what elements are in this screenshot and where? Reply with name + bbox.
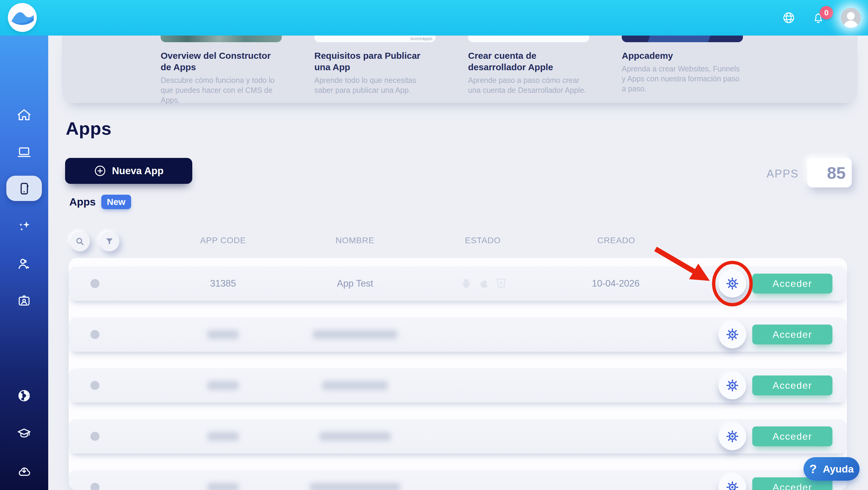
redacted-blob — [207, 432, 239, 441]
settings-gear-button[interactable] — [718, 270, 746, 298]
tutorial-card-appcademy[interactable]: Appcademy Aprenda a crear Websites, Funn… — [622, 36, 743, 94]
main-content: Overview del Constructor de Apps Descubr… — [48, 36, 868, 490]
tutorial-card-apple[interactable]: Crear cuenta de desarrollador Apple Apre… — [468, 36, 589, 95]
estado-cell: 5 — [438, 317, 529, 352]
gear-icon — [725, 480, 739, 490]
sidebar-item-ai[interactable] — [0, 213, 48, 241]
settings-gear-button[interactable] — [718, 423, 746, 450]
new-badge: New — [101, 195, 131, 209]
created-date-cell: 09-02-2026 — [570, 368, 661, 403]
app-name-cell — [295, 368, 415, 403]
tutorial-card-title[interactable]: Requisitos para Publicar una App — [314, 50, 435, 73]
access-button[interactable]: Acceder — [752, 426, 832, 446]
topbar-actions: 0 — [782, 0, 868, 36]
help-button[interactable]: ? Ayuda — [804, 457, 860, 481]
access-button[interactable]: Acceder — [752, 325, 832, 344]
users-icon — [16, 256, 32, 272]
access-button[interactable]: Acceder — [752, 375, 832, 395]
laptop-icon — [16, 144, 32, 160]
tutorial-card-title[interactable]: Appcademy — [622, 50, 743, 61]
sidebar-item-apps[interactable] — [0, 175, 48, 203]
tutorial-cards-panel: Overview del Constructor de Apps Descubr… — [62, 36, 858, 103]
sidebar-item-downloads[interactable] — [0, 457, 48, 485]
apps-counter-value: 85 — [807, 158, 852, 187]
avatar[interactable] — [841, 8, 861, 28]
status-dot-icon — [90, 381, 99, 390]
column-header-creado: CREADO — [568, 236, 664, 245]
estado-cell: 5 — [438, 419, 529, 454]
avatar-head — [847, 12, 855, 20]
access-button[interactable]: Acceder — [752, 274, 832, 294]
redacted-blob — [207, 330, 239, 339]
table-row: 5 02-09-2024 Acceder — [69, 470, 847, 490]
page-title: Apps — [66, 118, 112, 139]
id-card-icon — [16, 293, 32, 308]
app-code-cell: 31385 — [178, 266, 268, 301]
topbar: 0 — [0, 0, 868, 36]
table-header-row: APP CODE NOMBRE ESTADO CREADO — [48, 236, 868, 246]
gear-icon — [725, 378, 739, 392]
sidebar-item-support[interactable] — [0, 382, 48, 409]
settings-gear-button[interactable] — [718, 372, 746, 399]
sidebar-item-home[interactable] — [0, 101, 48, 129]
tutorial-card-body: Aprenda a crear Websites, Funnels y Apps… — [622, 64, 743, 94]
sidebar-item-academy[interactable] — [0, 420, 48, 447]
notifications-badge: 0 — [820, 6, 833, 19]
gear-icon — [725, 277, 739, 290]
help-label: Ayuda — [823, 463, 854, 475]
redacted-blob — [319, 432, 391, 441]
sidebar-item-websites[interactable] — [0, 138, 48, 166]
app-dashboard: 0 Overview del Constructor de Apps Descu… — [0, 0, 868, 490]
table-row: 5 03-02-2026 Acceder — [69, 419, 847, 454]
graduation-cap-icon — [16, 426, 32, 441]
new-app-label: Nueva App — [112, 165, 163, 177]
created-date-cell: 26-03-2026 — [570, 317, 661, 352]
tutorial-card-title[interactable]: Crear cuenta de desarrollador Apple — [468, 50, 589, 73]
app-name-cell — [295, 317, 415, 352]
gear-icon — [725, 429, 739, 443]
avatar-body — [844, 21, 858, 28]
tutorial-card-overview[interactable]: Overview del Constructor de Apps Descubr… — [161, 36, 282, 105]
app-code-cell — [178, 419, 268, 454]
app-name-cell — [295, 419, 415, 454]
html5-icon: 5 — [495, 277, 507, 290]
brand-logo[interactable] — [8, 3, 37, 32]
estado-cell: 5 — [438, 368, 529, 403]
new-app-button[interactable]: Nueva App — [65, 158, 192, 184]
status-dot-icon — [90, 483, 99, 490]
table-row: 31385 App Test 5 10-04-2026 — [69, 266, 847, 301]
created-date-cell: 03-02-2026 — [570, 419, 661, 454]
sparkles-icon — [16, 219, 32, 235]
section-header: Apps New — [69, 195, 131, 209]
apps-counter-label: APPS — [741, 167, 799, 180]
tutorial-card-image: scoreapps — [314, 36, 435, 42]
cloud-download-icon — [16, 463, 32, 479]
redacted-blob — [310, 483, 400, 490]
question-mark-icon: ? — [809, 462, 816, 476]
estado-cell: 5 — [438, 266, 529, 301]
settings-gear-button[interactable] — [718, 473, 746, 490]
tutorial-card-title[interactable]: Overview del Constructor de Apps — [161, 50, 282, 73]
tutorial-card-image — [468, 36, 589, 42]
watermark-text: scoreapps — [410, 36, 433, 41]
globe-icon[interactable] — [782, 11, 796, 25]
tutorial-card-body: Descubre cómo funciona y todo lo que pue… — [161, 75, 282, 105]
svg-text:5: 5 — [500, 281, 502, 286]
gear-icon — [725, 328, 739, 341]
apple-icon — [477, 277, 490, 290]
app-code-cell — [178, 470, 268, 490]
plus-circle-icon — [94, 164, 106, 177]
sidebar-item-contacts[interactable] — [0, 286, 48, 314]
status-dot-icon — [90, 330, 99, 339]
table-row: 5 09-02-2026 Acceder — [69, 368, 847, 403]
column-header-app-code: APP CODE — [175, 236, 271, 245]
sidebar-item-users[interactable] — [0, 250, 48, 278]
bell-icon[interactable]: 0 — [811, 11, 825, 25]
tutorial-card-requisitos[interactable]: scoreapps Requisitos para Publicar una A… — [314, 36, 435, 95]
redacted-blob — [207, 483, 239, 490]
app-code-cell — [178, 368, 268, 403]
settings-gear-button[interactable] — [718, 320, 746, 348]
section-title: Apps — [69, 196, 96, 208]
tutorial-card-body: Aprende paso a paso cómo crear una cuent… — [468, 75, 589, 95]
created-date-cell: 10-04-2026 — [570, 266, 661, 301]
